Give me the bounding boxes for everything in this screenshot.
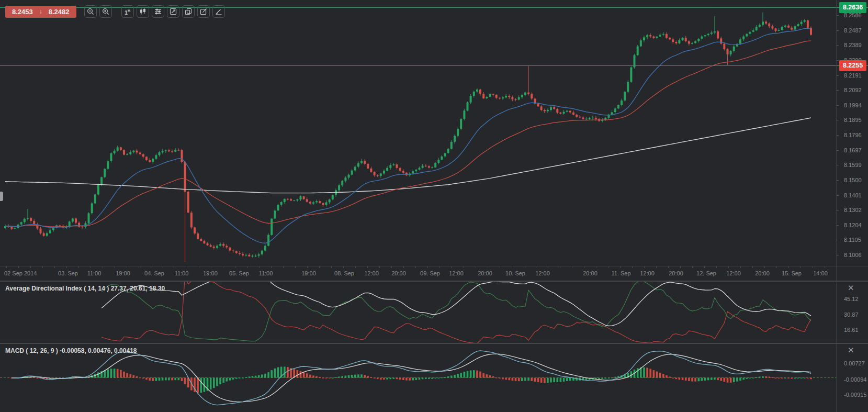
time-tick-mark	[415, 266, 416, 268]
price-tick-label: 8.2389	[844, 42, 862, 48]
price-tick-mark	[837, 180, 839, 181]
chart-mode-button[interactable]	[167, 5, 179, 18]
price-axis[interactable]: 8.25868.24878.23898.22908.21918.20928.19…	[837, 0, 868, 266]
time-tick-mark	[235, 266, 235, 268]
time-tick-mark	[139, 266, 139, 268]
price-tick-mark	[837, 150, 839, 151]
bid-price[interactable]: 8.2453	[12, 8, 33, 16]
macd-close-button[interactable]: ✕	[848, 346, 854, 355]
price-tick-label: 8.1500	[844, 177, 862, 183]
price-tick-mark	[837, 255, 839, 255]
time-tick-mark	[151, 266, 151, 268]
time-tick-mark	[608, 266, 608, 268]
price-tick-label: 8.1401	[844, 192, 862, 198]
time-tick-mark	[801, 266, 801, 268]
price-tick-mark	[837, 60, 839, 61]
adx-axis-tick: 30.87	[844, 311, 859, 318]
time-tick-label: 12:00	[726, 270, 741, 276]
time-tick-mark	[680, 266, 681, 268]
time-tick-mark	[30, 266, 31, 268]
price-tick-mark	[837, 120, 839, 120]
adx-close-button[interactable]: ✕	[848, 283, 854, 293]
price-direction-down-icon: ↓	[39, 8, 42, 15]
time-tick-mark	[295, 266, 296, 268]
copy-chart-button[interactable]	[182, 5, 195, 18]
copy-icon	[185, 8, 192, 15]
time-tick-mark	[403, 266, 404, 268]
time-tick-mark	[78, 266, 79, 268]
time-tick-mark	[331, 266, 332, 268]
time-tick-mark	[355, 266, 356, 268]
time-tick-mark	[247, 266, 247, 268]
alert-price-badge: 8.2255	[839, 60, 866, 71]
time-tick-mark	[644, 266, 645, 268]
chart-type-button[interactable]	[137, 5, 149, 18]
macd-axis-tick: 0.00727	[844, 360, 865, 366]
price-tick-label: 8.1599	[844, 162, 862, 168]
edit-chart-button[interactable]	[197, 5, 210, 18]
adx-axis-tick: 16.61	[844, 327, 859, 333]
high-price-badge: 8.2636	[839, 2, 866, 13]
time-tick-mark	[367, 266, 368, 268]
price-tick-mark	[837, 90, 839, 91]
trading-chart-window: 8.25868.24878.23898.22908.21918.20928.19…	[0, 0, 868, 412]
time-tick-mark	[560, 266, 560, 268]
time-tick-mark	[656, 266, 657, 268]
time-tick-mark	[512, 266, 512, 268]
timeframe-button[interactable]: 1H	[121, 5, 134, 18]
time-tick-label: 15. Sep	[782, 270, 802, 276]
zoom-in-button[interactable]	[99, 5, 112, 18]
time-tick-label: 20:00	[583, 270, 598, 276]
price-tick-mark	[837, 105, 839, 106]
time-tick-mark	[764, 266, 765, 268]
time-tick-mark	[572, 266, 572, 268]
time-tick-label: 19:00	[203, 270, 218, 276]
alert-level-line[interactable]	[0, 65, 868, 66]
axis-separator	[836, 0, 837, 412]
time-tick-label: 10. Sep	[505, 270, 525, 276]
price-tick-mark	[837, 45, 839, 46]
time-tick-mark	[439, 266, 440, 268]
time-tick-label: 11. Sep	[611, 270, 630, 276]
draw-tools-button[interactable]	[212, 5, 225, 18]
quote-panel[interactable]: 8.2453 ↓ 8.2482	[5, 6, 76, 18]
timeframe-1h-label: 1H	[125, 8, 130, 15]
candlestick-chart-canvas[interactable]	[0, 0, 836, 266]
price-tick-mark	[837, 165, 839, 165]
time-tick-mark	[259, 266, 260, 268]
time-tick-mark	[307, 266, 308, 268]
main-chart-area[interactable]: 8.25868.24878.23898.22908.21918.20928.19…	[0, 0, 868, 281]
price-tick-mark	[837, 225, 839, 226]
macd-axis-tick: -0.00094	[844, 376, 866, 383]
time-tick-mark	[584, 266, 584, 268]
time-tick-label: 11:00	[175, 270, 189, 276]
price-tick-label: 8.2092	[844, 87, 862, 93]
price-tick-label: 8.1006	[844, 252, 862, 258]
magnifier-minus-icon	[87, 8, 94, 15]
adx-indicator-panel[interactable]: Average Directional Index ( 14, 14 ) 27.…	[0, 281, 868, 343]
time-tick-mark	[42, 266, 43, 268]
time-tick-mark	[728, 266, 729, 268]
time-tick-label: 12:00	[449, 270, 464, 276]
price-tick-label: 8.1204	[844, 222, 862, 228]
price-tick-mark	[837, 135, 839, 136]
zoom-out-button[interactable]	[84, 5, 97, 18]
time-tick-mark	[500, 266, 500, 268]
time-tick-mark	[187, 266, 187, 268]
price-tick-label: 8.2487	[844, 27, 862, 34]
time-tick-label: 12:00	[640, 270, 655, 276]
time-tick-mark	[464, 266, 464, 268]
time-tick-mark	[476, 266, 476, 268]
time-tick-label: 11:00	[87, 270, 102, 276]
ask-price[interactable]: 8.2482	[49, 8, 70, 16]
time-axis[interactable]: 02 Sep 201403. Sep11:0019:0004. Sep11:00…	[0, 266, 868, 281]
indicators-button[interactable]	[152, 5, 164, 18]
adx-axis-tick: 45.12	[844, 296, 859, 302]
time-tick-mark	[596, 266, 596, 268]
panel-drag-handle[interactable]	[0, 192, 3, 201]
time-tick-mark	[620, 266, 621, 268]
macd-indicator-panel[interactable]: MACD ( 12, 26, 9 ) -0.00058, 0.00476, 0.…	[0, 343, 868, 412]
time-tick-mark	[452, 266, 452, 268]
time-tick-label: 12:00	[364, 270, 379, 276]
price-tick-mark	[837, 210, 839, 210]
